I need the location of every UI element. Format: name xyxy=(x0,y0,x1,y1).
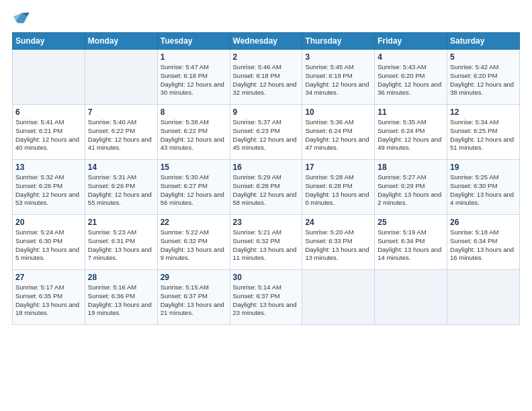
calendar-cell: 3Sunrise: 5:45 AM Sunset: 6:19 PM Daylig… xyxy=(302,50,375,105)
calendar-cell xyxy=(447,270,520,325)
calendar-cell xyxy=(375,270,447,325)
day-number: 13 xyxy=(15,163,82,172)
calendar-cell: 19Sunrise: 5:25 AM Sunset: 6:30 PM Dayli… xyxy=(447,160,520,215)
calendar-cell: 10Sunrise: 5:36 AM Sunset: 6:24 PM Dayli… xyxy=(302,105,375,160)
day-number: 4 xyxy=(378,52,444,62)
day-number: 14 xyxy=(88,163,154,172)
calendar-cell: 22Sunrise: 5:22 AM Sunset: 6:32 PM Dayli… xyxy=(157,215,230,270)
weekday-header-tuesday: Tuesday xyxy=(157,33,230,50)
day-info: Sunrise: 5:23 AM Sunset: 6:31 PM Dayligh… xyxy=(88,228,154,263)
day-info: Sunrise: 5:47 AM Sunset: 6:18 PM Dayligh… xyxy=(161,63,227,97)
day-info: Sunrise: 5:32 AM Sunset: 6:26 PM Dayligh… xyxy=(15,173,82,208)
calendar-cell: 18Sunrise: 5:27 AM Sunset: 6:29 PM Dayli… xyxy=(375,160,447,215)
day-info: Sunrise: 5:46 AM Sunset: 6:18 PM Dayligh… xyxy=(233,63,300,97)
weekday-header-monday: Monday xyxy=(85,33,157,50)
day-info: Sunrise: 5:28 AM Sunset: 6:28 PM Dayligh… xyxy=(305,173,371,208)
calendar-cell: 11Sunrise: 5:35 AM Sunset: 6:24 PM Dayli… xyxy=(375,105,447,160)
day-info: Sunrise: 5:29 AM Sunset: 6:28 PM Dayligh… xyxy=(233,173,300,208)
day-number: 21 xyxy=(88,218,154,227)
weekday-header-row: SundayMondayTuesdayWednesdayThursdayFrid… xyxy=(13,33,520,50)
calendar-cell: 13Sunrise: 5:32 AM Sunset: 6:26 PM Dayli… xyxy=(13,160,85,215)
calendar-cell xyxy=(302,270,375,325)
logo-bird-icon xyxy=(12,11,31,26)
week-row-5: 27Sunrise: 5:17 AM Sunset: 6:35 PM Dayli… xyxy=(13,270,520,325)
calendar-cell: 27Sunrise: 5:17 AM Sunset: 6:35 PM Dayli… xyxy=(13,270,85,325)
calendar-body: 1Sunrise: 5:47 AM Sunset: 6:18 PM Daylig… xyxy=(13,50,520,325)
day-info: Sunrise: 5:20 AM Sunset: 6:33 PM Dayligh… xyxy=(305,228,371,263)
day-info: Sunrise: 5:24 AM Sunset: 6:30 PM Dayligh… xyxy=(15,228,82,263)
day-number: 2 xyxy=(233,52,300,62)
week-row-2: 6Sunrise: 5:41 AM Sunset: 6:21 PM Daylig… xyxy=(13,105,520,160)
day-number: 26 xyxy=(450,218,517,227)
week-row-3: 13Sunrise: 5:32 AM Sunset: 6:26 PM Dayli… xyxy=(13,160,520,215)
calendar-header: SundayMondayTuesdayWednesdayThursdayFrid… xyxy=(13,33,520,50)
calendar-cell: 5Sunrise: 5:42 AM Sunset: 6:20 PM Daylig… xyxy=(447,50,520,105)
day-number: 12 xyxy=(450,107,517,117)
day-info: Sunrise: 5:30 AM Sunset: 6:27 PM Dayligh… xyxy=(161,173,227,208)
day-number: 30 xyxy=(233,273,300,282)
header xyxy=(12,11,520,26)
day-info: Sunrise: 5:16 AM Sunset: 6:36 PM Dayligh… xyxy=(88,283,154,318)
day-number: 10 xyxy=(305,107,371,117)
day-info: Sunrise: 5:45 AM Sunset: 6:19 PM Dayligh… xyxy=(305,63,371,97)
day-number: 15 xyxy=(161,163,227,172)
day-info: Sunrise: 5:25 AM Sunset: 6:30 PM Dayligh… xyxy=(450,173,517,208)
day-number: 20 xyxy=(15,218,82,227)
weekday-header-sunday: Sunday xyxy=(13,33,85,50)
day-number: 23 xyxy=(233,218,300,227)
calendar-cell: 30Sunrise: 5:14 AM Sunset: 6:37 PM Dayli… xyxy=(230,270,302,325)
day-number: 25 xyxy=(378,218,444,227)
weekday-header-saturday: Saturday xyxy=(447,33,520,50)
calendar-cell: 15Sunrise: 5:30 AM Sunset: 6:27 PM Dayli… xyxy=(157,160,230,215)
day-number: 17 xyxy=(305,163,371,172)
week-row-4: 20Sunrise: 5:24 AM Sunset: 6:30 PM Dayli… xyxy=(13,215,520,270)
day-info: Sunrise: 5:31 AM Sunset: 6:26 PM Dayligh… xyxy=(88,173,154,208)
day-number: 3 xyxy=(305,52,371,62)
day-info: Sunrise: 5:40 AM Sunset: 6:22 PM Dayligh… xyxy=(88,118,154,152)
day-info: Sunrise: 5:17 AM Sunset: 6:35 PM Dayligh… xyxy=(15,283,82,318)
day-info: Sunrise: 5:35 AM Sunset: 6:24 PM Dayligh… xyxy=(378,118,444,152)
calendar-cell: 25Sunrise: 5:19 AM Sunset: 6:34 PM Dayli… xyxy=(375,215,447,270)
day-number: 8 xyxy=(161,107,227,117)
day-info: Sunrise: 5:41 AM Sunset: 6:21 PM Dayligh… xyxy=(15,118,82,152)
day-info: Sunrise: 5:27 AM Sunset: 6:29 PM Dayligh… xyxy=(378,173,444,208)
day-number: 18 xyxy=(378,163,444,172)
day-info: Sunrise: 5:15 AM Sunset: 6:37 PM Dayligh… xyxy=(161,283,227,318)
calendar-cell: 29Sunrise: 5:15 AM Sunset: 6:37 PM Dayli… xyxy=(157,270,230,325)
weekday-header-wednesday: Wednesday xyxy=(230,33,302,50)
day-number: 22 xyxy=(161,218,227,227)
day-number: 7 xyxy=(88,107,154,117)
day-info: Sunrise: 5:18 AM Sunset: 6:34 PM Dayligh… xyxy=(450,228,517,263)
calendar-cell: 7Sunrise: 5:40 AM Sunset: 6:22 PM Daylig… xyxy=(85,105,157,160)
calendar-cell: 8Sunrise: 5:38 AM Sunset: 6:22 PM Daylig… xyxy=(157,105,230,160)
calendar-cell: 9Sunrise: 5:37 AM Sunset: 6:23 PM Daylig… xyxy=(230,105,302,160)
calendar-cell: 24Sunrise: 5:20 AM Sunset: 6:33 PM Dayli… xyxy=(302,215,375,270)
day-number: 28 xyxy=(88,273,154,282)
calendar-cell: 28Sunrise: 5:16 AM Sunset: 6:36 PM Dayli… xyxy=(85,270,157,325)
day-number: 24 xyxy=(305,218,371,227)
day-info: Sunrise: 5:19 AM Sunset: 6:34 PM Dayligh… xyxy=(378,228,444,263)
weekday-header-friday: Friday xyxy=(375,33,447,50)
day-info: Sunrise: 5:34 AM Sunset: 6:25 PM Dayligh… xyxy=(450,118,517,152)
day-info: Sunrise: 5:43 AM Sunset: 6:20 PM Dayligh… xyxy=(378,63,444,97)
day-number: 11 xyxy=(378,107,444,117)
day-info: Sunrise: 5:21 AM Sunset: 6:32 PM Dayligh… xyxy=(233,228,300,263)
day-info: Sunrise: 5:14 AM Sunset: 6:37 PM Dayligh… xyxy=(233,283,300,318)
calendar-cell: 16Sunrise: 5:29 AM Sunset: 6:28 PM Dayli… xyxy=(230,160,302,215)
calendar-cell: 2Sunrise: 5:46 AM Sunset: 6:18 PM Daylig… xyxy=(230,50,302,105)
calendar-cell xyxy=(13,50,85,105)
day-info: Sunrise: 5:38 AM Sunset: 6:22 PM Dayligh… xyxy=(161,118,227,152)
day-number: 19 xyxy=(450,163,517,172)
day-number: 5 xyxy=(450,52,517,62)
weekday-header-thursday: Thursday xyxy=(302,33,375,50)
calendar-table: SundayMondayTuesdayWednesdayThursdayFrid… xyxy=(12,32,520,325)
calendar-cell: 14Sunrise: 5:31 AM Sunset: 6:26 PM Dayli… xyxy=(85,160,157,215)
day-info: Sunrise: 5:42 AM Sunset: 6:20 PM Dayligh… xyxy=(450,63,517,97)
day-number: 27 xyxy=(15,273,82,282)
day-info: Sunrise: 5:37 AM Sunset: 6:23 PM Dayligh… xyxy=(233,118,300,152)
calendar-cell: 1Sunrise: 5:47 AM Sunset: 6:18 PM Daylig… xyxy=(157,50,230,105)
calendar-cell: 26Sunrise: 5:18 AM Sunset: 6:34 PM Dayli… xyxy=(447,215,520,270)
calendar-cell: 4Sunrise: 5:43 AM Sunset: 6:20 PM Daylig… xyxy=(375,50,447,105)
calendar-cell xyxy=(85,50,157,105)
calendar-cell: 12Sunrise: 5:34 AM Sunset: 6:25 PM Dayli… xyxy=(447,105,520,160)
